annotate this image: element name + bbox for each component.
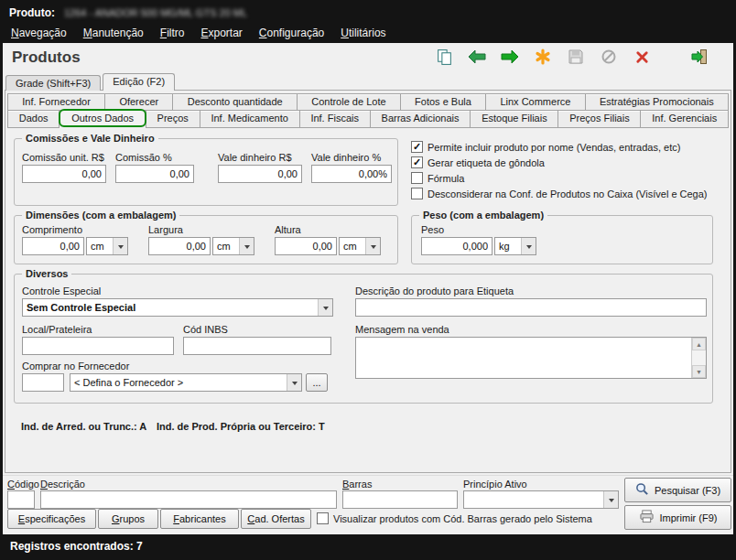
tab-precos[interactable]: Preços	[146, 110, 200, 128]
controle-especial-combo[interactable]: Sem Controle Especial	[22, 298, 333, 317]
tab-fotos-e-bula[interactable]: Fotos e Bula	[400, 93, 486, 111]
browse-ellipsis-label: ...	[312, 377, 320, 388]
comissao-unit-label: Comissão unit. R$	[22, 152, 104, 163]
save-button-disabled[interactable]	[565, 48, 587, 70]
tab-controle-de-lote[interactable]: Controle de Lote	[297, 93, 401, 111]
mensagem-venda-field: ▲ ▼	[355, 337, 707, 379]
descricao-etiqueta-input[interactable]	[355, 298, 707, 317]
altura-input[interactable]	[275, 237, 337, 255]
cad-ofertas-button[interactable]: Cad. Ofertas	[241, 509, 311, 529]
menu-configuracao[interactable]: Configuração	[251, 24, 332, 42]
navigate-back-button[interactable]	[466, 48, 488, 70]
tab-precos-filiais[interactable]: Preços Filiais	[557, 110, 641, 128]
tab-linx-commerce[interactable]: Linx Commerce	[485, 93, 586, 111]
menu-navegacao[interactable]: Navegação	[3, 24, 75, 42]
vale-dinheiro-rs-input[interactable]	[218, 165, 302, 183]
comissao-unit-input[interactable]	[22, 165, 106, 183]
chevron-down-icon	[365, 238, 380, 254]
exit-button[interactable]	[687, 48, 709, 70]
gerar-etiqueta-checkbox[interactable]: Gerar etiqueta de gôndola	[411, 156, 545, 168]
tab-estoque-filiais[interactable]: Estoque Filiais	[470, 110, 558, 128]
altura-label: Altura	[275, 224, 301, 235]
visualizar-barras-checkbox[interactable]: Visualizar produtos com Cód. Barras gera…	[317, 512, 592, 524]
peso-unit-combo[interactable]: kg	[494, 237, 536, 255]
combo-value: kg	[495, 238, 521, 254]
grupos-button[interactable]: Grupos	[98, 509, 158, 529]
comprimento-input[interactable]	[22, 237, 84, 255]
comprar-fornecedor-codigo-input[interactable]	[22, 373, 64, 392]
page-title: Produtos	[12, 48, 81, 67]
tab-grade[interactable]: Grade (Shift+F3)	[5, 75, 101, 91]
group-dimensoes: Dimensões (com a embalagem) Comprimento …	[14, 215, 398, 264]
especificacoes-button[interactable]: Especificações	[7, 509, 96, 529]
menu-filtro[interactable]: Filtro	[152, 24, 193, 42]
scroll-up-icon[interactable]: ▲	[692, 338, 706, 350]
tab-inf-fiscais[interactable]: Inf. Fiscais	[299, 110, 371, 128]
largura-input[interactable]	[148, 237, 211, 255]
principio-ativo-combo[interactable]	[463, 490, 619, 509]
chevron-down-icon	[287, 374, 301, 391]
textarea-scrollbar[interactable]: ▲ ▼	[691, 338, 706, 378]
exit-door-icon	[689, 48, 708, 69]
group-peso-title: Peso (com a embalagem)	[419, 210, 547, 221]
permite-incluir-checkbox[interactable]: Permite incluir produto por nome (Vendas…	[411, 141, 680, 153]
menu-utilitarios[interactable]: Utilitários	[332, 24, 394, 42]
main-tabs: Grade (Shift+F3) Edição (F2)	[5, 73, 177, 91]
menu-manutencao[interactable]: Manutenção	[75, 24, 152, 42]
combo-value: cm	[213, 238, 239, 254]
titlebar: Produto: 1264 - ANADOR 500 MG/ML GTS 20 …	[3, 3, 733, 23]
grupos-label: Grupos	[112, 513, 145, 524]
menu-exportar[interactable]: Exportar	[192, 24, 250, 42]
formula-checkbox[interactable]: Fórmula	[411, 172, 464, 184]
client-area: Produtos	[3, 43, 733, 534]
tab-desconto-quantidade[interactable]: Desconto quantidade	[172, 93, 298, 111]
comissao-pct-input[interactable]	[115, 165, 194, 183]
largura-unit-combo[interactable]: cm	[212, 237, 254, 255]
tab-estrategias-promocionais[interactable]: Estratégias Promocionais	[585, 93, 729, 111]
largura-label: Largura	[148, 224, 183, 235]
copy-button[interactable]	[433, 48, 455, 70]
fabricantes-button[interactable]: Fabricantes	[160, 509, 239, 529]
scroll-down-icon[interactable]: ▼	[692, 365, 706, 378]
group-diversos: Diversos Controle Especial Sem Controle …	[14, 274, 713, 404]
descricao-input[interactable]	[40, 490, 337, 509]
checkbox-box[interactable]	[411, 172, 423, 184]
new-record-button[interactable]	[532, 48, 554, 70]
search-icon	[635, 482, 649, 498]
desconsiderar-conf-checkbox[interactable]: Desconsiderar na Conf. de Produtos no Ca…	[411, 188, 708, 199]
vale-dinheiro-pct-input[interactable]	[311, 165, 392, 183]
altura-unit-combo[interactable]: cm	[339, 237, 381, 255]
controle-especial-label: Controle Especial	[22, 285, 101, 296]
delete-button[interactable]	[631, 48, 653, 70]
comprimento-unit-combo[interactable]: cm	[86, 237, 128, 255]
tab-outros-dados[interactable]: Outros Dados	[59, 109, 146, 127]
navigate-forward-button[interactable]	[499, 48, 521, 70]
mensagem-venda-textarea[interactable]	[356, 338, 690, 378]
pesquisar-button[interactable]: Pesquisar (F3)	[624, 478, 731, 502]
peso-input[interactable]	[421, 237, 492, 255]
checkbox-box[interactable]	[317, 512, 329, 524]
tab-inf-medicamento[interactable]: Inf. Medicamento	[200, 110, 300, 128]
descricao-etiqueta-label: Descrição do produto para Etiqueta	[355, 285, 514, 296]
combo-value: cm	[340, 238, 365, 254]
tab-barras-adicionais[interactable]: Barras Adicionais	[370, 110, 471, 128]
tab-edicao[interactable]: Edição (F2)	[103, 73, 175, 91]
tab-dados[interactable]: Dados	[7, 110, 60, 128]
checkbox-box[interactable]	[411, 188, 423, 199]
cod-inbs-input[interactable]	[183, 337, 331, 355]
checkbox-box[interactable]	[411, 156, 423, 168]
principio-ativo-label: Princípio Ativo	[463, 479, 527, 490]
cancel-button-disabled[interactable]	[598, 48, 620, 70]
local-prateleira-input[interactable]	[22, 337, 174, 355]
tab-inf-gerenciais[interactable]: Inf. Gerenciais	[640, 110, 729, 128]
imprimir-button[interactable]: Imprimir (F9)	[624, 505, 731, 530]
descricao-label: Descrição	[40, 479, 85, 490]
product-label: Produto:	[9, 6, 55, 19]
barras-input[interactable]	[342, 490, 458, 509]
arrow-left-icon	[467, 48, 487, 69]
codigo-input[interactable]	[7, 490, 35, 509]
comprar-fornecedor-combo[interactable]: < Defina o Fornecedor >	[70, 373, 302, 392]
checkbox-box[interactable]	[411, 141, 423, 153]
arrow-right-icon	[500, 48, 520, 69]
fornecedor-browse-button[interactable]: ...	[306, 373, 328, 392]
